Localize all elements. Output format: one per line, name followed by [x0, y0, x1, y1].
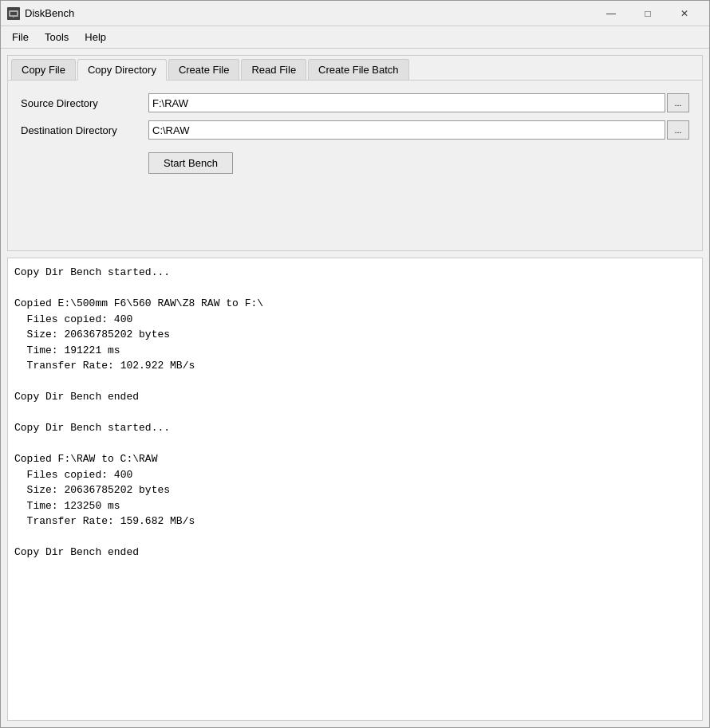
top-panel: Copy File Copy Directory Create File Rea…	[7, 55, 703, 251]
window-controls: — □ ✕	[593, 1, 703, 26]
source-browse-button[interactable]: ...	[667, 93, 689, 112]
output-text: Copy Dir Bench started... Copied E:\500m…	[14, 265, 696, 561]
destination-browse-button[interactable]: ...	[667, 120, 689, 140]
tab-create-file-batch[interactable]: Create File Batch	[308, 59, 408, 80]
destination-directory-label: Destination Directory	[21, 124, 148, 136]
minimize-button[interactable]: —	[593, 1, 629, 26]
main-content: Copy File Copy Directory Create File Rea…	[1, 49, 709, 727]
app-icon	[7, 7, 20, 20]
source-directory-label: Source Directory	[21, 97, 148, 109]
menu-file[interactable]: File	[4, 28, 37, 46]
tab-read-file[interactable]: Read File	[241, 59, 306, 80]
tab-copy-file[interactable]: Copy File	[11, 59, 76, 80]
output-panel[interactable]: Copy Dir Bench started... Copied E:\500m…	[7, 258, 703, 721]
svg-rect-2	[10, 12, 17, 15]
maximize-button[interactable]: □	[629, 1, 666, 26]
source-directory-row: Source Directory ...	[21, 93, 689, 112]
source-directory-input[interactable]	[148, 93, 665, 112]
title-bar: DiskBench — □ ✕	[1, 1, 709, 26]
menu-help[interactable]: Help	[77, 28, 114, 46]
tab-copy-directory[interactable]: Copy Directory	[77, 59, 167, 81]
start-bench-button[interactable]: Start Bench	[148, 152, 233, 174]
tab-bar: Copy File Copy Directory Create File Rea…	[8, 56, 702, 81]
tab-create-file[interactable]: Create File	[168, 59, 240, 80]
menu-bar: File Tools Help	[1, 26, 709, 49]
main-window: DiskBench — □ ✕ File Tools Help Copy Fil…	[0, 0, 710, 728]
destination-directory-input[interactable]	[148, 120, 665, 140]
window-title: DiskBench	[25, 7, 593, 19]
destination-directory-row: Destination Directory ...	[21, 120, 689, 140]
tab-content-copy-directory: Source Directory ... Destination Directo…	[8, 81, 702, 250]
svg-point-3	[13, 16, 14, 18]
start-bench-row: Start Bench	[21, 148, 689, 174]
close-button[interactable]: ✕	[666, 1, 703, 26]
spacer	[21, 174, 689, 238]
menu-tools[interactable]: Tools	[37, 28, 77, 46]
